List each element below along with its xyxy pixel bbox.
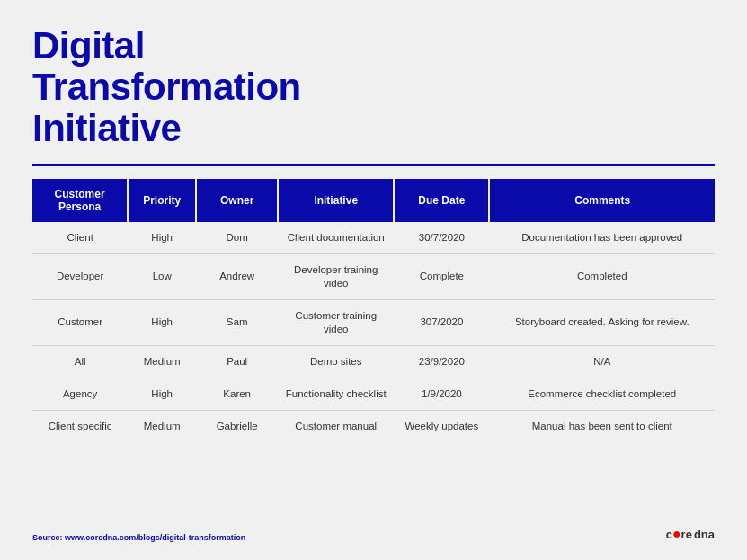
page-container: Digital Transformation Initiative Custom…: [0, 0, 747, 560]
cell-persona: Agency: [32, 378, 128, 410]
table-row: Developer Low Andrew Developer training …: [32, 254, 715, 300]
table-wrapper: Customer Persona Priority Owner Initiati…: [32, 179, 715, 519]
cell-due-date: 23/9/2020: [394, 345, 489, 378]
cell-owner: Karen: [196, 378, 278, 410]
table-header: Customer Persona Priority Owner Initiati…: [32, 179, 715, 222]
cell-initiative: Demo sites: [278, 345, 394, 378]
initiative-table: Customer Persona Priority Owner Initiati…: [32, 179, 715, 442]
cell-persona: Developer: [32, 254, 128, 300]
cell-priority: Medium: [128, 345, 196, 378]
cell-comments: Storyboard created. Asking for review.: [489, 299, 715, 345]
cell-owner: Andrew: [196, 254, 278, 300]
cell-priority: Low: [128, 254, 196, 300]
table-row: Client specific Medium Gabrielle Custome…: [32, 410, 715, 441]
col-header-comments: Comments: [489, 179, 715, 222]
col-header-due-date: Due Date: [394, 179, 489, 222]
cell-priority: High: [128, 378, 196, 410]
cell-priority: Medium: [128, 410, 196, 441]
divider: [32, 164, 715, 167]
cell-initiative: Developer training video: [278, 254, 394, 300]
table-row: All Medium Paul Demo sites 23/9/2020 N/A: [32, 345, 715, 378]
cell-owner: Paul: [196, 345, 278, 378]
cell-owner: Dom: [196, 222, 278, 253]
cell-due-date: 1/9/2020: [394, 378, 489, 410]
logo-dot: ●: [672, 526, 681, 542]
cell-due-date: Weekly updates: [394, 410, 489, 441]
cell-owner: Gabrielle: [196, 410, 278, 441]
col-header-owner: Owner: [196, 179, 278, 222]
cell-due-date: 30/7/2020: [394, 222, 489, 253]
cell-comments: Documentation has been approved: [489, 222, 715, 253]
main-title: Digital Transformation Initiative: [32, 25, 715, 150]
col-header-priority: Priority: [128, 179, 196, 222]
table-body: Client High Dom Client documentation 30/…: [32, 222, 715, 442]
cell-comments: N/A: [489, 345, 715, 378]
cell-persona: Customer: [32, 299, 128, 345]
title-section: Digital Transformation Initiative: [32, 25, 715, 150]
logo-text-core: c: [666, 528, 672, 541]
logo-text-dna: dna: [694, 528, 715, 541]
col-header-persona: Customer Persona: [32, 179, 128, 222]
cell-initiative: Client documentation: [278, 222, 394, 253]
table-row: Client High Dom Client documentation 30/…: [32, 222, 715, 253]
cell-priority: High: [128, 222, 196, 253]
source-link: Source: www.coredna.com/blogs/digital-tr…: [32, 533, 245, 542]
col-header-initiative: Initiative: [278, 179, 394, 222]
footer: Source: www.coredna.com/blogs/digital-tr…: [32, 526, 715, 542]
cell-priority: High: [128, 299, 196, 345]
cell-due-date: Complete: [394, 254, 489, 300]
table-row: Customer High Sam Customer training vide…: [32, 299, 715, 345]
cell-initiative: Customer training video: [278, 299, 394, 345]
cell-comments: Ecommerce checklist completed: [489, 378, 715, 410]
logo-text-re: re: [681, 528, 692, 541]
cell-initiative: Functionality checklist: [278, 378, 394, 410]
logo: c●redna: [666, 526, 715, 542]
cell-comments: Completed: [489, 254, 715, 300]
table-row: Agency High Karen Functionality checklis…: [32, 378, 715, 410]
cell-comments: Manual has been sent to client: [489, 410, 715, 441]
cell-owner: Sam: [196, 299, 278, 345]
cell-persona: Client specific: [32, 410, 128, 441]
cell-persona: Client: [32, 222, 128, 253]
cell-persona: All: [32, 345, 128, 378]
cell-initiative: Customer manual: [278, 410, 394, 441]
cell-due-date: 307/2020: [394, 299, 489, 345]
